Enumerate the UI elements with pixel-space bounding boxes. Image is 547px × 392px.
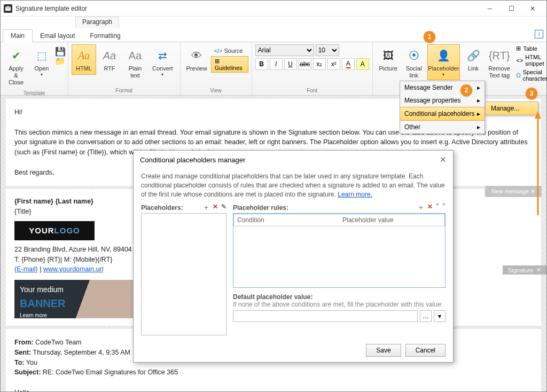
convert-icon: ⇄: [154, 47, 171, 64]
tab-email-layout[interactable]: Email layout: [33, 30, 82, 42]
open-icon: ⬚: [33, 47, 50, 64]
callout-marker-3: 3: [526, 88, 537, 99]
callout-marker-1: 1: [424, 31, 435, 43]
special-char-icon: Ω: [516, 72, 520, 79]
add-placeholder-icon[interactable]: ＋: [203, 203, 209, 212]
default-dropdown-button[interactable]: ▾: [434, 310, 446, 322]
group-font-label: Font: [255, 87, 369, 95]
chevron-right-icon: ▸: [477, 84, 480, 91]
tab-formatting[interactable]: Formatting: [82, 30, 128, 42]
chevron-right-icon: ▸: [477, 97, 480, 104]
rules-table[interactable]: ConditionPlaceholder value: [233, 213, 446, 288]
context-tab-bar: Paragraph: [1, 17, 546, 28]
html-format-button[interactable]: AaHTML: [72, 44, 96, 75]
move-up-icon[interactable]: ˄: [436, 203, 439, 212]
convert-button[interactable]: ⇄Convert▾: [149, 44, 177, 80]
placeholders-label: Placeholders:: [141, 204, 183, 211]
maximize-button[interactable]: ☐: [501, 1, 522, 16]
placeholder-submenu: Manage...: [485, 101, 538, 115]
chevron-right-icon: ▸: [477, 123, 480, 131]
default-browse-button[interactable]: …: [420, 310, 432, 322]
dialog-close-icon[interactable]: ✕: [440, 155, 447, 164]
conditional-placeholders-dialog: Conditional placeholders manager ✕ Creat…: [133, 150, 454, 363]
delete-rule-icon[interactable]: ✕: [427, 203, 433, 212]
save-button[interactable]: Save: [366, 344, 401, 357]
tab-main[interactable]: Main: [3, 29, 33, 42]
share-icon: ⦿: [405, 47, 423, 64]
link-icon: 🔗: [465, 47, 482, 64]
menu-other[interactable]: Other▸: [400, 121, 485, 134]
font-family-select[interactable]: Arial: [255, 44, 314, 56]
placeholder-dropdown: Message Sender▸ Message properties▸ Cond…: [400, 81, 485, 134]
delete-placeholder-icon[interactable]: ✕: [213, 203, 218, 212]
html-icon: Aa: [75, 47, 92, 64]
context-tab-paragraph[interactable]: Paragraph: [75, 17, 119, 28]
picture-icon: 🖼: [380, 47, 397, 64]
link-button[interactable]: 🔗Link: [461, 44, 486, 75]
default-value-input[interactable]: [233, 310, 418, 322]
underline-button[interactable]: U: [284, 58, 297, 70]
apply-close-button[interactable]: ✔Apply & Close: [4, 44, 28, 89]
source-button[interactable]: </>Source: [211, 46, 248, 55]
edit-placeholder-icon[interactable]: ✎: [221, 203, 226, 212]
placeholder-button[interactable]: 👤Placeholder▾: [427, 44, 460, 80]
preview-button[interactable]: 👁Preview: [184, 44, 210, 75]
default-value-hint: If none of the above conditions are met,…: [233, 301, 446, 308]
add-rule-icon[interactable]: ＋: [418, 203, 424, 212]
placeholders-list[interactable]: [141, 213, 226, 335]
open-button[interactable]: ⬚Open▾: [29, 44, 54, 80]
default-value-label: Default placeholder value:: [233, 293, 446, 301]
close-button[interactable]: ✕: [522, 1, 543, 16]
group-format-label: Format: [72, 87, 177, 95]
dialog-description: Create and manage conditional placeholde…: [141, 172, 446, 199]
remove-tag-button[interactable]: {RT}Remove Text tag: [487, 44, 512, 82]
signature-section-tag[interactable]: Signature ✕: [503, 265, 546, 275]
callout-arrow: [533, 111, 544, 218]
html-snippet-icon: <>: [516, 57, 523, 64]
rtf-format-button[interactable]: AaRTF: [97, 44, 122, 75]
callout-marker-2: 2: [460, 84, 472, 96]
sig-banner: Your medium BANNER Learn more: [14, 280, 137, 318]
rules-label: Placeholder rules:: [233, 204, 288, 211]
menu-manage[interactable]: Manage...: [486, 102, 538, 115]
insert-html-button[interactable]: <>HTML snippet: [515, 53, 547, 67]
font-color-button[interactable]: A: [342, 58, 355, 70]
cancel-button[interactable]: Cancel: [405, 344, 446, 357]
plaintext-format-button[interactable]: AaPlain text: [123, 44, 147, 82]
strike-button[interactable]: abc: [299, 58, 311, 70]
rtf-icon: Aa: [101, 47, 118, 64]
minimize-button[interactable]: ─: [479, 1, 501, 16]
app-icon: [4, 4, 12, 13]
plain-icon: Aa: [127, 47, 144, 64]
guidelines-button[interactable]: ⊞ Guidelines: [211, 56, 248, 73]
sig-web-link[interactable]: www.yourdomain.url: [43, 265, 104, 273]
dialog-title: Conditional placeholders manager: [140, 156, 245, 164]
learn-more-link[interactable]: Learn more.: [338, 191, 372, 198]
sig-logo: YOURLOGO: [14, 221, 95, 240]
insert-table-button[interactable]: ⊞Table: [515, 44, 547, 52]
italic-button[interactable]: I: [270, 58, 283, 70]
highlight-button[interactable]: A: [356, 58, 369, 70]
sup-button[interactable]: x²: [327, 58, 340, 70]
eye-icon: 👁: [188, 47, 205, 64]
sig-email-link[interactable]: {E-mail}: [14, 265, 38, 273]
folder-icon[interactable]: 📁: [55, 56, 65, 65]
ribbon-tabs: Main Email layout Formatting i: [1, 28, 546, 42]
picture-button[interactable]: 🖼Picture: [376, 44, 401, 75]
check-icon: ✔: [7, 47, 25, 64]
insert-special-button[interactable]: ΩSpecial character: [515, 68, 547, 82]
chevron-right-icon: ▸: [477, 110, 480, 117]
sub-button[interactable]: x₂: [313, 58, 326, 70]
window-title: Signature template editor: [15, 5, 479, 12]
menu-message-properties[interactable]: Message properties▸: [400, 94, 485, 107]
move-down-icon[interactable]: ˅: [442, 203, 446, 212]
font-size-select[interactable]: 10: [316, 44, 339, 56]
placeholder-icon: 👤: [435, 47, 452, 64]
table-icon: ⊞: [516, 45, 521, 52]
save-icon[interactable]: 💾: [55, 46, 65, 55]
social-link-button[interactable]: ⦿Social link: [402, 44, 426, 82]
menu-conditional-placeholders[interactable]: Conditional placeholders▸: [400, 107, 485, 121]
info-icon[interactable]: i: [535, 30, 543, 38]
bold-button[interactable]: B: [255, 58, 268, 70]
group-view-label: View: [184, 87, 248, 95]
